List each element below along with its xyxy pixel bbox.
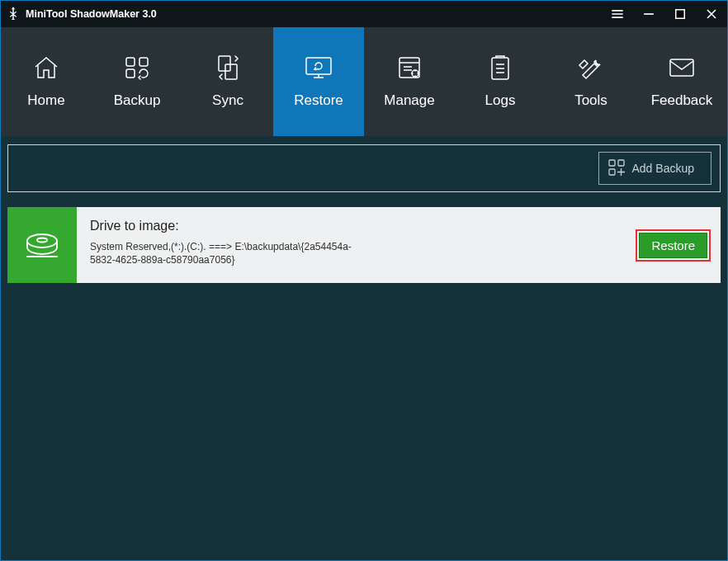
nav-label: Restore: [294, 92, 343, 109]
toolbar: Add Backup: [7, 144, 721, 192]
app-logo-icon: [6, 5, 21, 23]
svg-rect-6: [306, 58, 331, 74]
svg-rect-3: [126, 69, 135, 78]
backup-detail: System Reserved,(*:).(C:). ===> E:\backu…: [90, 240, 354, 266]
svg-rect-4: [219, 56, 230, 71]
titlebar: MiniTool ShadowMaker 3.0: [1, 1, 727, 27]
nav-label: Feedback: [651, 92, 713, 109]
nav-backup[interactable]: Backup: [92, 27, 182, 136]
main-nav: Home Backup Sync: [1, 27, 727, 136]
sync-icon: [213, 54, 243, 81]
logs-icon: [485, 54, 515, 81]
restore-icon: [304, 54, 333, 81]
nav-label: Manage: [384, 92, 434, 109]
svg-rect-5: [225, 64, 237, 79]
nav-logs[interactable]: Logs: [455, 27, 546, 136]
add-backup-label: Add Backup: [632, 162, 695, 175]
svg-rect-7: [399, 58, 419, 78]
manage-icon: [395, 54, 424, 81]
menu-icon[interactable]: [608, 5, 626, 23]
svg-point-14: [27, 234, 57, 248]
svg-rect-12: [618, 160, 624, 166]
window-controls: [608, 5, 721, 23]
backup-thumbnail: [7, 207, 77, 283]
backup-icon: [122, 54, 152, 81]
nav-home[interactable]: Home: [1, 27, 92, 136]
minimize-button[interactable]: [640, 5, 658, 23]
close-button[interactable]: [702, 5, 721, 23]
tools-icon: [576, 54, 606, 81]
nav-restore[interactable]: Restore: [273, 27, 364, 136]
feedback-icon: [667, 54, 697, 81]
app-title: MiniTool ShadowMaker 3.0: [26, 8, 157, 20]
svg-rect-2: [139, 58, 148, 66]
svg-point-15: [37, 238, 47, 243]
nav-feedback[interactable]: Feedback: [636, 27, 727, 136]
add-backup-button[interactable]: Add Backup: [598, 152, 712, 185]
add-backup-icon: [607, 158, 626, 179]
maximize-button[interactable]: [671, 5, 689, 23]
svg-rect-13: [609, 169, 615, 175]
svg-rect-0: [676, 10, 685, 19]
nav-label: Backup: [114, 92, 161, 109]
svg-rect-11: [609, 160, 615, 166]
restore-button-highlight: Restore: [636, 229, 711, 262]
nav-label: Tools: [574, 92, 607, 109]
backup-title: Drive to image:: [90, 219, 622, 233]
svg-rect-10: [670, 59, 693, 76]
home-icon: [31, 54, 61, 81]
nav-manage[interactable]: Manage: [364, 27, 455, 136]
nav-label: Logs: [485, 92, 516, 109]
nav-tools[interactable]: Tools: [546, 27, 636, 136]
nav-label: Sync: [212, 92, 243, 109]
nav-sync[interactable]: Sync: [182, 27, 273, 136]
backup-item: Drive to image: System Reserved,(*:).(C:…: [7, 207, 721, 283]
svg-rect-1: [126, 58, 135, 66]
content-area: Drive to image: System Reserved,(*:).(C:…: [1, 199, 727, 291]
nav-label: Home: [27, 92, 64, 109]
restore-button[interactable]: Restore: [639, 233, 707, 258]
